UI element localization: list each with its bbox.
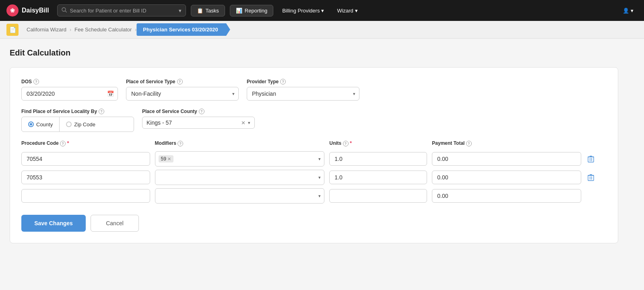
modifiers-input-0[interactable]: 59✕▾: [155, 151, 325, 167]
locality-zip-option[interactable]: Zip Code: [60, 118, 102, 131]
place-of-service-type-select[interactable]: Non-Facility Facility: [126, 87, 239, 101]
modifier-tag-0: 59✕: [159, 155, 173, 162]
breadcrumb-active-label: Physician Services 03/20/2020: [143, 27, 218, 33]
procedure-table: Procedure Code ? * Modifiers ? Units ? *: [21, 140, 607, 205]
proc-code-input-2[interactable]: [21, 189, 150, 203]
zip-radio-dot: [66, 121, 72, 127]
provider-type-select-wrapper: Physician Non-Physician ▾: [247, 87, 359, 101]
place-of-service-type-select-wrapper: Non-Facility Facility ▾: [126, 87, 239, 101]
reporting-icon: 📊: [236, 8, 242, 14]
calendar-icon: 📅: [107, 90, 114, 97]
units-input-1[interactable]: [329, 171, 427, 184]
provider-type-select[interactable]: Physician Non-Physician: [247, 87, 359, 101]
payment-help-icon[interactable]: ?: [466, 141, 472, 146]
search-icon: [62, 7, 67, 14]
procedure-code-help-icon[interactable]: ?: [60, 141, 66, 146]
delete-row-button-1[interactable]: [586, 172, 596, 183]
wizard-menu[interactable]: Wizard ▾: [333, 5, 361, 16]
dos-group: DOS ? 📅: [21, 79, 118, 101]
provider-type-group: Provider Type ? Physician Non-Physician …: [247, 79, 359, 101]
dos-label: DOS ?: [21, 79, 118, 84]
units-input-0[interactable]: [329, 152, 427, 166]
main-content: Edit Calculation DOS ? 📅 Place of Servic…: [0, 39, 628, 253]
svg-rect-2: [588, 157, 594, 162]
proc-code-input-0[interactable]: [21, 152, 150, 166]
form-row-1: DOS ? 📅 Place of Service Type ? Non-Faci…: [21, 79, 607, 101]
search-bar[interactable]: Search for Patient or enter Bill ID ▾: [57, 4, 186, 16]
action-header: [586, 140, 607, 150]
locality-county-option[interactable]: County: [22, 118, 59, 131]
county-select-input[interactable]: Kings - 57 ✕ ▾: [142, 117, 255, 129]
proc-code-cell-0: [21, 150, 155, 168]
units-cell-2: [329, 187, 432, 205]
units-cell-0: [329, 150, 432, 168]
billing-providers-menu[interactable]: Billing Providers ▾: [278, 5, 328, 16]
table-row: ▾: [21, 187, 607, 205]
modifiers-input-1[interactable]: ▾: [155, 170, 325, 185]
units-header: Units ? *: [329, 140, 432, 150]
payment-input-2[interactable]: [432, 189, 581, 203]
modifiers-chevron-icon-1: ▾: [318, 175, 321, 180]
locality-radio-group: County Zip Code: [21, 117, 134, 132]
locality-group: Find Place of Service Locality By ? Coun…: [21, 109, 134, 132]
trash-icon: [588, 155, 594, 162]
breadcrumb-california-wizard[interactable]: California Wizard: [23, 27, 70, 33]
units-cell-1: [329, 168, 432, 187]
trash-icon: [588, 174, 594, 181]
form-row-2: Find Place of Service Locality By ? Coun…: [21, 109, 607, 132]
county-help-icon[interactable]: ?: [199, 109, 204, 114]
locality-help-icon[interactable]: ?: [99, 109, 104, 114]
user-menu-button[interactable]: 👤 ▾: [619, 5, 638, 16]
modifiers-cell-1: ▾: [155, 168, 330, 187]
dos-help-icon[interactable]: ?: [33, 79, 39, 84]
breadcrumb: 📄 California Wizard › Fee Schedule Calcu…: [0, 21, 644, 39]
payment-input-0[interactable]: [432, 152, 581, 166]
tasks-button[interactable]: 📋 Tasks: [191, 5, 225, 16]
user-chevron-icon: ▾: [631, 8, 634, 14]
action-cell-1: [586, 168, 607, 187]
tasks-icon: 📋: [197, 8, 203, 14]
procedure-required-star: *: [67, 140, 69, 146]
units-help-icon[interactable]: ?: [343, 141, 349, 146]
modifiers-cell-0: 59✕▾: [155, 150, 330, 168]
place-of-service-type-group: Place of Service Type ? Non-Facility Fac…: [126, 79, 239, 101]
reporting-button[interactable]: 📊 Reporting: [230, 5, 273, 16]
user-menu[interactable]: 👤 ▾: [619, 5, 638, 16]
modifiers-chevron-icon-2: ▾: [318, 193, 321, 199]
modifier-tag-label-0: 59: [161, 156, 166, 162]
procedure-rows: 59✕▾▾▾: [21, 150, 607, 205]
table-row: ▾: [21, 168, 607, 187]
search-dropdown-icon: ▾: [179, 8, 182, 14]
table-header-row: Procedure Code ? * Modifiers ? Units ? *: [21, 140, 607, 150]
action-cell-2: [586, 187, 607, 205]
county-clear-icon[interactable]: ✕: [241, 120, 246, 126]
payment-input-1[interactable]: [432, 171, 581, 184]
navbar: ❀ DaisyBill Search for Patient or enter …: [0, 0, 644, 21]
provider-type-label: Provider Type ?: [247, 79, 359, 84]
county-value: Kings - 57: [147, 119, 239, 126]
modifiers-help-icon[interactable]: ?: [178, 141, 183, 146]
modifier-tag-remove-0[interactable]: ✕: [167, 156, 171, 162]
brand-name: DaisyBill: [22, 7, 49, 14]
save-changes-button[interactable]: Save Changes: [21, 215, 86, 232]
delete-row-button-0[interactable]: [586, 154, 596, 164]
dos-input[interactable]: [21, 87, 118, 101]
units-input-2[interactable]: [329, 189, 427, 203]
user-icon: 👤: [623, 8, 629, 14]
modifiers-cell-2: ▾: [155, 187, 330, 205]
table-row: 59✕▾: [21, 150, 607, 168]
county-group: Place of Service County ? Kings - 57 ✕ ▾: [142, 109, 255, 129]
svg-line-1: [65, 11, 67, 12]
breadcrumb-fee-schedule[interactable]: Fee Schedule Calculator: [71, 27, 135, 33]
county-chevron-icon: ▾: [248, 120, 250, 125]
place-of-service-help-icon[interactable]: ?: [177, 79, 183, 84]
proc-code-input-1[interactable]: [21, 171, 150, 184]
wizard-label: Wizard: [337, 8, 353, 14]
cancel-button[interactable]: Cancel: [91, 215, 139, 232]
provider-type-help-icon[interactable]: ?: [280, 79, 286, 84]
proc-code-cell-1: [21, 168, 155, 187]
breadcrumb-icon: 📄: [6, 24, 19, 36]
wizard-chevron-icon: ▾: [355, 8, 358, 14]
svg-rect-3: [588, 175, 594, 181]
modifiers-input-2[interactable]: ▾: [155, 188, 325, 204]
